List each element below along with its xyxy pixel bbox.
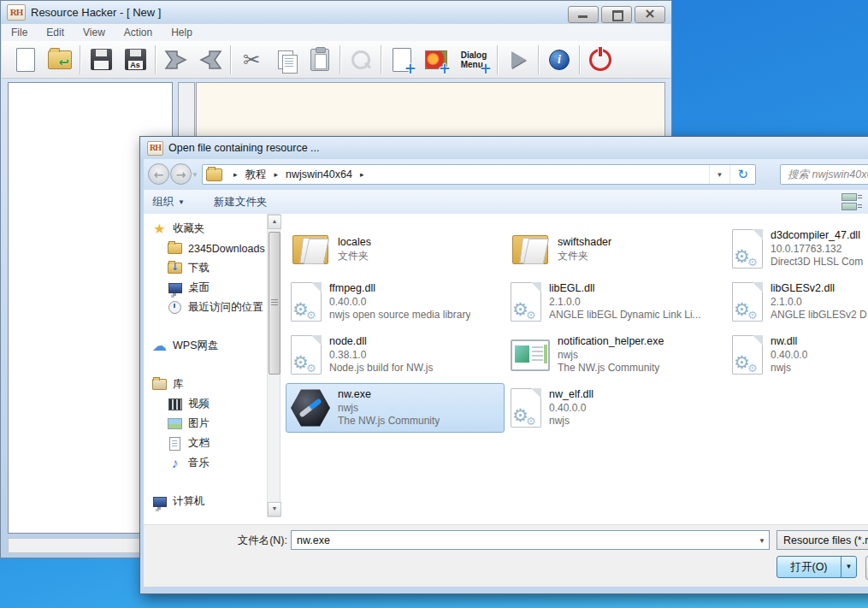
dll-file-icon: ⚙⚙ [511, 282, 541, 322]
scroll-down-button[interactable]: ▼ [268, 502, 281, 517]
minimize-button[interactable] [568, 6, 599, 23]
resource-hacker-logo-icon: RH [7, 4, 26, 21]
sidebar-item-wps-cloud[interactable]: ☁WPS网盘 [145, 336, 265, 356]
sidebar-item-music[interactable]: ♪音乐 [145, 453, 265, 473]
desktop-icon [168, 280, 182, 295]
filename-input[interactable]: nw.exe ▼ [291, 530, 770, 550]
sidebar-item-libraries[interactable]: 库 [145, 375, 265, 394]
recent-places-icon [168, 300, 182, 315]
forward-button[interactable] [193, 44, 227, 76]
nwjs-logo-icon [291, 388, 330, 428]
scroll-up-button[interactable]: ▲ [268, 215, 281, 229]
sidebar-item-desktop[interactable]: 桌面 [145, 278, 265, 298]
search-input[interactable]: 搜索 nwjswin40x64 [780, 164, 868, 185]
dialog-title-bar[interactable]: RH Open file containing resource ... [140, 137, 868, 159]
sidebar-scrollbar[interactable]: ▲ ▼ [267, 214, 280, 517]
refresh-button[interactable]: ↻ [729, 165, 755, 184]
organize-button[interactable]: 组织 ▼ [144, 195, 193, 210]
file-tile-d3dcompiler-47-dll[interactable]: ⚙⚙ d3dcompiler_47.dll10.0.17763.132Direc… [727, 224, 868, 274]
dialog-title: Open file containing resource ... [168, 142, 320, 154]
add-dialog-menu-button[interactable]: Dialog Menu + [453, 44, 494, 76]
file-tile-locales[interactable]: locales文件夹 [286, 224, 502, 274]
back-arrow-icon: ← [154, 168, 164, 181]
search-icon [351, 50, 370, 69]
open-split-dropdown[interactable]: ▼ [841, 557, 856, 577]
file-tile-node-dll[interactable]: ⚙⚙ node.dll0.38.1.0Node.js build for NW.… [286, 330, 502, 380]
back-button[interactable] [159, 44, 193, 76]
menu-help[interactable]: Help [162, 27, 202, 38]
star-icon: ★ [152, 221, 167, 236]
file-tile-notification-helper-exe[interactable]: notification_helper.exenwjsThe NW.js Com… [505, 330, 722, 380]
breadcrumb[interactable]: ▸ 教程 ▸ nwjswin40x64 ▸ ▼ ↻ [202, 164, 756, 185]
title-bar[interactable]: RH Resource Hacker - [ New ] [1, 1, 671, 24]
nav-history-dropdown[interactable]: ▼ [192, 171, 198, 179]
videos-icon [168, 397, 182, 411]
sidebar-item-favorites[interactable]: ★收藏夹 [145, 219, 265, 239]
close-button[interactable] [635, 6, 665, 23]
play-icon [511, 51, 526, 68]
file-tile-nw-exe-selected[interactable]: nw.exenwjsThe NW.js Community [286, 383, 505, 433]
file-tile-swiftshader[interactable]: swiftshader文件夹 [505, 224, 722, 274]
chevron-down-icon[interactable]: ▼ [759, 537, 765, 545]
folder-icon [511, 232, 550, 266]
about-button[interactable]: i [542, 44, 576, 76]
save-button[interactable] [84, 44, 118, 76]
new-file-icon [16, 48, 35, 72]
open-button[interactable]: 打开(O) ▼ [776, 556, 857, 578]
file-tile-nw-elf-dll[interactable]: ⚙⚙ nw_elf.dll0.40.0.0nwjs [505, 383, 722, 433]
view-options-button[interactable] [835, 193, 864, 210]
open-file-dialog: RH Open file containing resource ... ← →… [139, 136, 868, 594]
open-file-button[interactable]: ↩ [43, 44, 77, 76]
maximize-button[interactable] [601, 6, 632, 23]
exit-button[interactable] [583, 44, 617, 76]
address-dropdown-button[interactable]: ▼ [709, 165, 730, 184]
file-tile-libglesv2-dll[interactable]: ⚙⚙ libGLESv2.dll2.1.0.0ANGLE libGLESv2 D [727, 277, 868, 327]
menu-action[interactable]: Action [115, 27, 162, 38]
add-image-button[interactable]: + [419, 44, 453, 76]
cut-button[interactable]: ✂ [234, 44, 269, 76]
nav-back-button[interactable]: ← [148, 163, 169, 185]
sidebar-item-2345downloads[interactable]: 2345Downloads [145, 239, 265, 258]
run-button[interactable] [501, 44, 535, 76]
folder-icon [291, 232, 330, 266]
new-file-button[interactable] [9, 44, 43, 76]
computer-icon [152, 494, 167, 509]
sidebar-item-videos[interactable]: 视频 [145, 394, 265, 414]
breadcrumb-separator-icon: ▸ [227, 170, 244, 179]
breadcrumb-item-jiaocheng[interactable]: 教程 [244, 168, 269, 182]
file-type-filter-dropdown[interactable]: Resource files (*.r [776, 530, 868, 550]
menu-view[interactable]: View [74, 27, 115, 38]
add-resource-button[interactable]: + [385, 44, 419, 76]
breadcrumb-item-nwjswin40x64[interactable]: nwjswin40x64 [284, 168, 354, 180]
forward-arrow-icon: → [176, 168, 186, 181]
sidebar-item-computer[interactable]: 计算机 [145, 492, 265, 511]
paste-button[interactable] [303, 44, 337, 76]
file-tile-libegl-dll[interactable]: ⚙⚙ libEGL.dll2.1.0.0ANGLE libEGL Dynamic… [505, 277, 722, 327]
folder-icon [206, 168, 222, 181]
sidebar-item-downloads[interactable]: ↓下载 [145, 258, 265, 278]
save-as-button[interactable]: As [118, 44, 152, 76]
find-button[interactable] [344, 44, 378, 76]
sidebar-item-documents[interactable]: 文档 [145, 434, 265, 453]
menu-bar: File Edit View Action Help [2, 24, 670, 42]
nav-forward-button[interactable]: → [170, 163, 192, 185]
scissors-icon: ✂ [243, 50, 260, 70]
scrollbar-thumb[interactable] [269, 232, 280, 375]
copy-button[interactable] [269, 44, 303, 76]
new-folder-button[interactable]: 新建文件夹 [205, 195, 276, 210]
sidebar-item-pictures[interactable]: 图片 [145, 414, 265, 434]
cloud-icon: ☁ [152, 339, 167, 353]
file-tile-ffmpeg-dll[interactable]: ⚙⚙ ffmpeg.dll0.40.0.0nwjs open source me… [286, 277, 502, 327]
desktop-background: RH Resource Hacker - [ New ] File Edit V… [0, 0, 868, 608]
dll-file-icon: ⚙⚙ [732, 229, 763, 269]
music-icon: ♪ [168, 456, 182, 470]
dialog-content: ← → ▼ ▸ 教程 ▸ nwjswin40x64 ▸ ▼ ↻ 搜索 nwjsw… [144, 159, 868, 586]
command-bar: 组织 ▼ 新建文件夹 [144, 190, 868, 215]
menu-edit[interactable]: Edit [37, 27, 74, 38]
app-window-icon [511, 339, 550, 371]
sidebar-item-recent-places[interactable]: 最近访问的位置 [145, 298, 265, 317]
file-tile-nw-dll[interactable]: ⚙⚙ nw.dll0.40.0.0nwjs [727, 330, 868, 380]
toolbar: ↩ As ✂ + + Dialog Menu + [2, 41, 670, 79]
plus-icon: + [404, 62, 416, 74]
menu-file[interactable]: File [2, 27, 37, 38]
